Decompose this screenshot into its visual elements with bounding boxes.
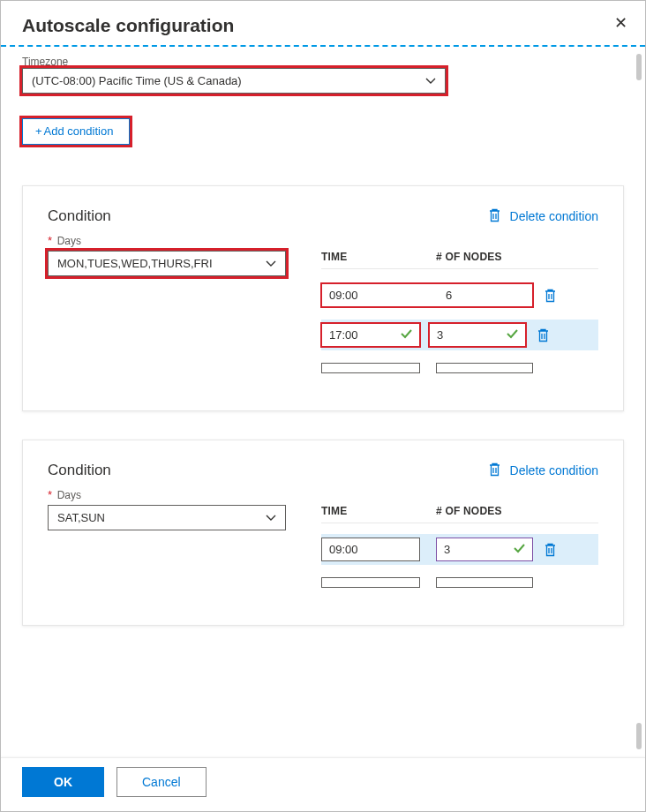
nodes-value: 6	[446, 289, 525, 302]
table-row: 09:00 6	[321, 280, 598, 311]
timezone-value: (UTC-08:00) Pacific Time (US & Canada)	[32, 74, 242, 87]
delete-row-button[interactable]	[544, 289, 557, 303]
delete-condition-button[interactable]: Delete condition	[488, 208, 598, 225]
delete-condition-label: Delete condition	[510, 463, 598, 477]
dialog-body: Timezone (UTC-08:00) Pacific Time (US & …	[1, 47, 645, 744]
table-row	[321, 574, 598, 591]
nodes-input[interactable]	[436, 363, 533, 373]
check-icon	[507, 328, 518, 342]
time-input[interactable]	[321, 363, 420, 373]
row-combined-cell[interactable]: 09:00 6	[321, 283, 533, 307]
days-value: SAT,SUN	[57, 511, 105, 524]
ok-button[interactable]: OK	[22, 767, 104, 797]
plus-icon: +	[35, 124, 42, 138]
delete-condition-button[interactable]: Delete condition	[488, 462, 598, 479]
days-select[interactable]: SAT,SUN	[48, 505, 286, 530]
column-time: TIME	[321, 505, 436, 517]
nodes-input[interactable]: 3	[429, 323, 526, 347]
dialog-header: Autoscale configuration ✕	[1, 1, 645, 47]
add-condition-button[interactable]: +Add condition	[22, 118, 130, 145]
chevron-down-icon	[266, 515, 276, 522]
delete-row-button[interactable]	[537, 328, 550, 342]
check-icon	[514, 543, 525, 556]
days-label: Days	[57, 235, 81, 247]
nodes-value: 3	[437, 328, 443, 342]
time-value: 09:00	[329, 543, 358, 556]
scrollbar-thumb[interactable]	[636, 54, 642, 80]
schedule-table-header: TIME # OF NODES	[321, 505, 598, 523]
condition-card: Condition Delete condition * Days MON,TU…	[22, 185, 624, 411]
delete-condition-label: Delete condition	[510, 209, 598, 223]
time-input[interactable]	[321, 577, 420, 588]
nodes-input[interactable]: 3	[436, 538, 533, 561]
time-value: 17:00	[329, 328, 358, 342]
condition-card: Condition Delete condition * Days SAT,SU…	[22, 440, 624, 626]
time-value: 09:00	[329, 289, 446, 302]
dialog-footer: OK Cancel	[1, 757, 645, 811]
condition-title: Condition	[48, 462, 111, 479]
trash-icon	[488, 208, 501, 225]
condition-title: Condition	[48, 207, 111, 225]
time-input[interactable]: 17:00	[321, 323, 420, 347]
days-value: MON,TUES,WED,THURS,FRI	[57, 257, 213, 270]
chevron-down-icon	[266, 260, 276, 267]
check-icon	[401, 328, 412, 342]
delete-row-button[interactable]	[544, 543, 557, 557]
trash-icon	[488, 462, 501, 479]
required-asterisk: *	[48, 234, 52, 247]
table-row: 17:00 3	[321, 320, 598, 350]
chevron-down-icon	[425, 78, 436, 85]
schedule-table-header: TIME # OF NODES	[321, 251, 598, 269]
table-row	[321, 359, 598, 377]
dialog-title: Autoscale configuration	[22, 15, 624, 36]
close-icon[interactable]: ✕	[614, 13, 627, 33]
scrollbar-thumb[interactable]	[636, 723, 642, 749]
column-time: TIME	[321, 251, 436, 263]
cancel-button[interactable]: Cancel	[116, 767, 207, 797]
nodes-input[interactable]	[436, 577, 533, 588]
nodes-value: 3	[444, 543, 450, 556]
time-input[interactable]: 09:00	[321, 538, 420, 561]
column-nodes: # OF NODES	[436, 251, 542, 263]
timezone-select[interactable]: (UTC-08:00) Pacific Time (US & Canada)	[22, 68, 446, 94]
timezone-label: Timezone	[22, 56, 624, 68]
days-select[interactable]: MON,TUES,WED,THURS,FRI	[48, 251, 286, 276]
table-row: 09:00 3	[321, 534, 598, 565]
column-nodes: # OF NODES	[436, 505, 542, 517]
days-label: Days	[57, 489, 81, 501]
required-asterisk: *	[48, 488, 52, 501]
add-condition-label: Add condition	[44, 124, 114, 138]
